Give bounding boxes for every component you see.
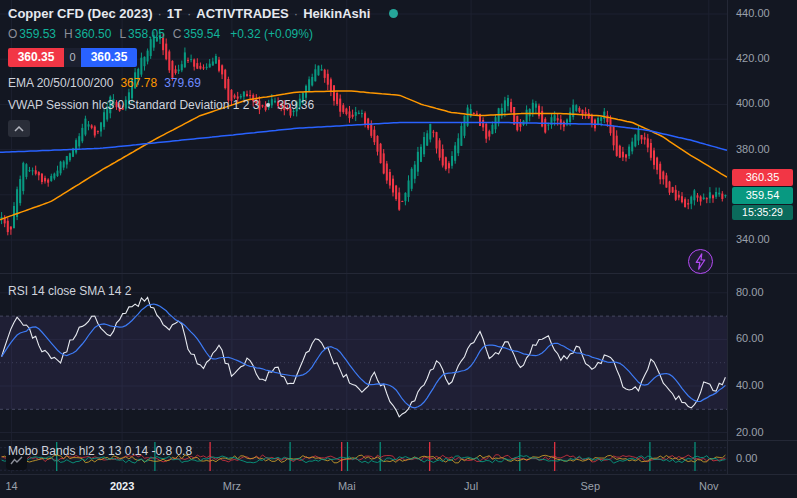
axis-tick-label: 60.00: [736, 332, 764, 344]
price-axis[interactable]: 360.35 359.54 15:35:29 440.00420.00400.0…: [728, 0, 797, 474]
time-axis-label: 14: [6, 480, 18, 492]
chart-style-name[interactable]: HeikinAshi: [303, 6, 370, 21]
low-label: L: [119, 27, 126, 41]
axis-tick-label: 420.00: [736, 52, 770, 64]
time-axis-label: Mrz: [223, 480, 241, 492]
symbol-name[interactable]: Copper CFD (Dec 2023): [8, 6, 152, 21]
sell-button[interactable]: 360.35: [8, 48, 64, 67]
quick-order-button[interactable]: [688, 249, 713, 274]
symbol-title-row: Copper CFD (Dec 2023) · 1T · ACTIVTRADES…: [8, 6, 398, 21]
buy-button[interactable]: 360.35: [81, 48, 137, 67]
interval-button[interactable]: 1T: [167, 6, 182, 21]
time-axis-label: 2023: [110, 480, 134, 492]
axis-tick-label: 400.00: [736, 97, 770, 109]
bar-countdown-badge: 15:35:29: [732, 205, 793, 220]
axis-corner: [728, 474, 797, 498]
trade-buttons: 360.35 0 360.35: [8, 48, 137, 67]
spread-value: 0: [64, 48, 81, 67]
time-axis-label: Mai: [338, 480, 356, 492]
axis-tick-label: 40.00: [736, 379, 764, 391]
close-value: 359.54: [183, 27, 220, 41]
vwap-plot-dot-icon: [266, 103, 270, 107]
change-value: +0.32 (+0.09%): [230, 27, 313, 41]
pane-separator[interactable]: [0, 273, 797, 274]
ema-value-orange: 367.78: [120, 76, 157, 90]
exchange-name[interactable]: ACTIVTRADES: [196, 6, 288, 21]
time-axis-label: Nov: [699, 480, 719, 492]
pane-separator[interactable]: [0, 440, 797, 441]
market-status-icon[interactable]: [389, 9, 398, 18]
ema-title: EMA 20/50/100/200: [8, 76, 113, 90]
open-label: O: [8, 27, 17, 41]
time-axis-label: Sep: [581, 480, 601, 492]
axis-tick-label: 380.00: [736, 143, 770, 155]
trading-chart-window: 360.35 359.54 15:35:29 440.00420.00400.0…: [0, 0, 797, 498]
mobo-legend[interactable]: Mobo Bands hl2 3 13 0.14 -0.8 0.8: [8, 444, 192, 458]
high-label: H: [64, 27, 73, 41]
axis-tick-label: 440.00: [736, 7, 770, 19]
axis-tick-label: 0.00: [736, 452, 757, 464]
open-value: 359.53: [19, 27, 56, 41]
last-price-badge: 359.54: [732, 187, 793, 204]
ema-legend[interactable]: EMA 20/50/100/200 367.78 379.69: [8, 76, 398, 90]
axis-tick-label: 80.00: [736, 286, 764, 298]
low-value: 358.05: [128, 27, 165, 41]
vwap-legend[interactable]: VWAP Session hlc3 0 Standard Deviation 1…: [8, 98, 398, 112]
title-separator: ·: [294, 6, 298, 21]
vwap-title: VWAP Session hlc3 0 Standard Deviation 1…: [8, 98, 259, 112]
axis-tick-label: 20.00: [736, 426, 764, 438]
chart-legend: Copper CFD (Dec 2023) · 1T · ACTIVTRADES…: [8, 6, 398, 137]
vwap-value: 359.36: [277, 98, 314, 112]
title-separator: ·: [157, 6, 161, 21]
lightning-bolt-icon: [694, 253, 707, 270]
chevron-up-icon: [14, 126, 24, 132]
legend-collapse-button[interactable]: [8, 120, 30, 137]
rsi-pane[interactable]: [0, 273, 727, 440]
close-label: C: [173, 27, 182, 41]
rsi-legend[interactable]: RSI 14 close SMA 14 2: [8, 284, 131, 298]
ask-price-badge: 360.35: [732, 169, 793, 186]
ema-value-blue: 379.69: [164, 76, 201, 90]
title-separator: ·: [187, 6, 191, 21]
axis-tick-label: 340.00: [736, 233, 770, 245]
time-axis-label: Jul: [464, 480, 478, 492]
time-axis[interactable]: 142023MrzMaiJulSepNov: [0, 474, 727, 498]
high-value: 360.50: [75, 27, 112, 41]
ohlc-row: O 359.53 H 360.50 L 358.05 C 359.54 +0.3…: [8, 27, 398, 41]
rsi-chart-canvas[interactable]: [0, 273, 727, 440]
